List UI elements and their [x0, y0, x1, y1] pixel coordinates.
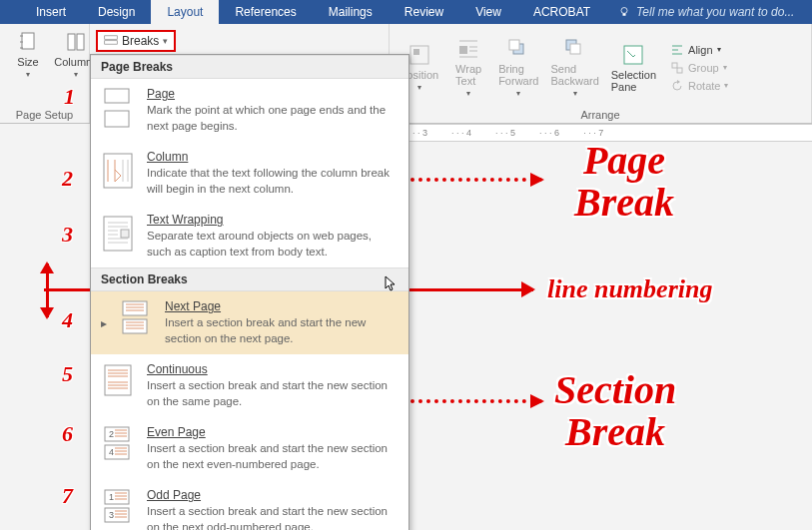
breaks-item-next-page[interactable]: ▸ Next PageInsert a section break and st…	[91, 291, 408, 354]
annotation-label-section-break: Section Break	[554, 369, 676, 453]
svg-rect-15	[672, 63, 677, 68]
svg-rect-13	[570, 44, 580, 54]
position-icon	[407, 43, 431, 67]
next-page-break-icon	[119, 299, 155, 331]
mouse-cursor-icon	[385, 275, 397, 293]
annotation-arrow	[395, 399, 542, 403]
selection-pane-icon	[621, 43, 645, 67]
svg-rect-11	[509, 40, 519, 50]
breaks-item-text-wrapping[interactable]: Text WrappingSeparate text around object…	[91, 205, 408, 267]
breaks-item-page[interactable]: PageMark the point at which one page end…	[91, 79, 408, 142]
svg-rect-2	[22, 33, 34, 49]
breaks-item-even-page[interactable]: 24 Even PageInsert a section break and s…	[91, 417, 408, 480]
svg-text:3: 3	[109, 510, 114, 520]
caret-down-icon: ▾	[74, 70, 78, 79]
svg-rect-1	[623, 14, 626, 16]
svg-rect-6	[105, 41, 118, 45]
annotation-number: 1	[64, 84, 75, 110]
breaks-dropdown: Page Breaks PageMark the point at which …	[90, 54, 409, 530]
svg-rect-3	[68, 34, 75, 50]
svg-rect-23	[123, 319, 147, 333]
svg-rect-22	[123, 301, 147, 315]
align-button[interactable]: Align▾	[670, 43, 728, 57]
lightbulb-icon	[618, 6, 630, 18]
breaks-item-odd-page[interactable]: 13 Odd PageInsert a section break and st…	[91, 480, 408, 530]
column-break-icon	[101, 150, 137, 190]
send-backward-icon	[563, 37, 587, 61]
svg-rect-14	[624, 46, 642, 64]
tab-references[interactable]: References	[219, 0, 312, 24]
group-icon	[670, 61, 684, 75]
tab-acrobat[interactable]: ACROBAT	[517, 0, 606, 24]
columns-icon	[64, 30, 88, 54]
svg-rect-8	[413, 49, 419, 55]
bring-forward-icon	[506, 37, 530, 61]
bring-forward-button[interactable]: Bring Forward▾	[494, 35, 542, 100]
size-icon	[16, 30, 40, 54]
group-button[interactable]: Group▾	[670, 61, 728, 75]
svg-rect-4	[77, 34, 84, 50]
annotation-number: 7	[62, 483, 73, 509]
breaks-icon	[104, 34, 118, 48]
annotation-label-line-numbering: line numbering	[547, 275, 712, 302]
svg-rect-5	[105, 36, 118, 40]
annotation-number: 5	[62, 361, 73, 387]
svg-rect-16	[677, 68, 682, 73]
dropdown-header-section-breaks: Section Breaks	[91, 267, 408, 291]
caret-down-icon: ▾	[26, 70, 30, 79]
tab-view[interactable]: View	[459, 0, 517, 24]
align-icon	[670, 43, 684, 57]
caret-down-icon: ▾	[163, 36, 168, 46]
wrap-text-icon	[456, 37, 480, 61]
wrap-text-button[interactable]: Wrap Text▾	[446, 35, 490, 100]
tab-design[interactable]: Design	[82, 0, 151, 24]
svg-rect-18	[105, 111, 129, 127]
even-page-break-icon: 24	[101, 425, 137, 457]
annotation-number: 3	[62, 222, 73, 248]
page-break-icon	[101, 87, 137, 127]
odd-page-break-icon: 13	[101, 488, 137, 520]
annotation-number: 2	[62, 166, 73, 192]
tab-insert[interactable]: Insert	[20, 0, 82, 24]
tab-review[interactable]: Review	[389, 0, 459, 24]
text-wrapping-break-icon	[101, 213, 137, 253]
svg-rect-21	[121, 230, 129, 238]
annotation-number: 6	[62, 421, 73, 447]
svg-text:1: 1	[109, 492, 114, 502]
annotation-arrow	[395, 178, 542, 182]
ribbon-tabs: Insert Design Layout References Mailings…	[0, 0, 812, 24]
tab-mailings[interactable]: Mailings	[313, 0, 389, 24]
breaks-item-column[interactable]: ColumnIndicate that the text following t…	[91, 142, 408, 205]
svg-text:2: 2	[109, 429, 114, 439]
svg-rect-9	[459, 46, 467, 54]
svg-rect-17	[105, 89, 129, 103]
svg-text:4: 4	[109, 447, 114, 457]
annotation-number: 4	[62, 307, 73, 333]
send-backward-button[interactable]: Send Backward▾	[546, 35, 602, 100]
rotate-icon	[670, 79, 684, 93]
rotate-button[interactable]: Rotate▾	[670, 79, 728, 93]
svg-point-0	[621, 8, 627, 14]
tell-me-box[interactable]: Tell me what you want to do...	[606, 0, 812, 24]
hover-indicator-icon: ▸	[101, 316, 109, 330]
tell-me-text: Tell me what you want to do...	[636, 5, 794, 19]
breaks-item-continuous[interactable]: ContinuousInsert a section break and sta…	[91, 354, 408, 417]
dropdown-header-page-breaks: Page Breaks	[91, 55, 408, 79]
group-label-arrange: Arrange	[396, 107, 805, 121]
selection-pane-button[interactable]: Selection Pane	[607, 41, 660, 95]
continuous-break-icon	[101, 362, 137, 394]
annotation-label-page-break: Page Break	[574, 140, 674, 224]
tab-layout[interactable]: Layout	[151, 0, 219, 24]
size-button[interactable]: Size ▾	[6, 28, 50, 81]
